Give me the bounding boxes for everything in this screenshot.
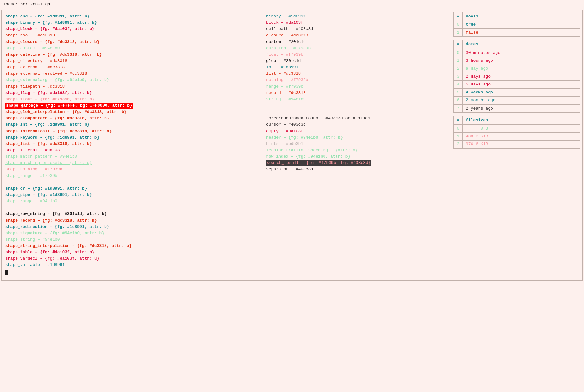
shape-line: shape_and – {fg: #1d8991, attr: b}: [5, 13, 258, 20]
date-row: 13 hours ago: [454, 57, 580, 65]
type-line: closure – #dc3318: [266, 32, 447, 39]
filesizes-title: filesizes: [463, 116, 491, 124]
filesizes-hash: #: [454, 116, 463, 124]
column-panels: # bools 0true1false # dates 030 minutes …: [451, 10, 582, 280]
ui-line: row_index – {fg: #94e1b0, attr: b}: [266, 154, 447, 160]
ui-line: search_result – {fg: #f7939b, bg: #403c3…: [266, 160, 447, 166]
shape-line: shape_range – #f7939b: [5, 173, 258, 179]
shape-line: shape_float – {fg: #f7939b, attr: b}: [5, 96, 258, 103]
shape-line: shape_range – #94e1b0: [5, 198, 258, 205]
type-line: duration – #f7939b: [266, 45, 447, 52]
filesize-row: 1488.3 KiB: [454, 133, 580, 141]
shape-line: shape_externalarg – {fg: #94e1b0, attr: …: [5, 77, 258, 83]
shape-line: shape_raw_string – {fg: #201c1d, attr: b…: [5, 211, 258, 217]
shape-line: shape_matching_brackets – {attr: u}: [5, 160, 258, 166]
shape-line: shape_globpattern – {fg: #dc3318, attr: …: [5, 115, 258, 122]
theme-label: Theme: horizon-light: [0, 0, 584, 9]
shape-line: shape_bool – #dc3318: [5, 32, 258, 39]
type-line: block – #da103f: [266, 20, 447, 26]
ui-line: header – {fg: #94e1b0, attr: b}: [266, 135, 447, 141]
shape-line: shape_closure – {fg: #dc3318, attr: b}: [5, 39, 258, 45]
shape-line: [5, 205, 258, 211]
column-types: binary – #1d8991block – #da103fcell-path…: [262, 10, 451, 280]
shape-line: shape_vardecl – {fg: #da103f, attr: u}: [5, 256, 258, 262]
type-line: glob – #201c1d: [266, 58, 447, 64]
shape-line: shape_int – {fg: #1d8991, attr: b}: [5, 122, 258, 128]
shape-line: shape_record – {fg: #dc3318, attr: b}: [5, 218, 258, 224]
date-row: 54 weeks ago: [454, 89, 580, 97]
ui-line: leading_trailing_space_bg – {attr: n}: [266, 147, 447, 154]
bool-row: 1false: [454, 29, 580, 36]
ui-line: hints – #bdb3b1: [266, 141, 447, 147]
type-line: int – #1d8991: [266, 64, 447, 71]
bools-title: bools: [463, 12, 481, 21]
ui-line: foreground/background – #403c3d on #fdf0…: [266, 115, 447, 122]
type-line: cell-path – #403c3d: [266, 26, 447, 32]
shape-line: shape_redirection – {fg: #1d8991, attr: …: [5, 224, 258, 230]
bools-hash: #: [454, 12, 463, 21]
column-shapes: shape_and – {fg: #1d8991, attr: b}shape_…: [2, 10, 262, 280]
shape-line: shape_table – {fg: #da103f, attr: b}: [5, 249, 258, 256]
shape-line: shape_filepath – #dc3318: [5, 84, 258, 90]
bool-row: 0true: [454, 21, 580, 29]
shape-line: shape_flag – {fg: #da103f, attr: b}: [5, 90, 258, 96]
shape-line: shape_glob_interpolation – {fg: #dc3318,…: [5, 109, 258, 115]
dates-hash: #: [454, 40, 463, 48]
shape-line: shape_match_pattern – #94e1b0: [5, 154, 258, 160]
shape-line: shape_variable – #1d8991: [5, 262, 258, 268]
shape-line: [5, 179, 258, 186]
shape-line: shape_binary – {fg: #1d8991, attr: b}: [5, 20, 258, 26]
date-row: 32 days ago: [454, 73, 580, 81]
shape-line: shape_signature – {fg: #94e1b0, attr: b}: [5, 230, 258, 237]
shape-line: shape_pipe – {fg: #1d8991, attr: b}: [5, 192, 258, 198]
filesize-row: 2976.6 KiB: [454, 141, 580, 148]
shape-line: shape_literal – #da103f: [5, 147, 258, 154]
ui-line: empty – #da103f: [266, 128, 447, 135]
date-row: 62 months ago: [454, 97, 580, 104]
date-row: 45 days ago: [454, 81, 580, 89]
shape-line: shape_block – {fg: #da103f, attr: b}: [5, 26, 258, 32]
date-row: 030 minutes ago: [454, 49, 580, 57]
filesize-row: 00 B: [454, 125, 580, 133]
shape-line: shape_list – {fg: #dc3318, attr: b}: [5, 141, 258, 147]
type-line: range – #f7939b: [266, 84, 447, 90]
bools-panel: # bools 0true1false: [453, 12, 580, 37]
shape-line: shape_string – #94e1b0: [5, 237, 258, 243]
shape-line: shape_datetime – {fg: #dc3318, attr: b}: [5, 52, 258, 58]
cursor: [5, 270, 8, 275]
shape-line: shape_or – {fg: #1d8991, attr: b}: [5, 186, 258, 192]
shape-line: shape_nothing – #f7939b: [5, 166, 258, 173]
ui-line: separator – #403c3d: [266, 166, 447, 173]
type-line: record – #dc3318: [266, 90, 447, 96]
type-line: custom – #201c1d: [266, 39, 447, 45]
shape-line: shape_external_resolved – #dc3318: [5, 71, 258, 77]
shape-line: shape_custom – #94e1b0: [5, 45, 258, 52]
shape-line: shape_keyword – {fg: #1d8991, attr: b}: [5, 135, 258, 141]
shape-line: shape_garbage – {fg: #FFFFFF, bg: #FF000…: [5, 103, 258, 109]
shape-line: shape_string_interpolation – {fg: #dc331…: [5, 243, 258, 249]
date-row: 2a day ago: [454, 65, 580, 73]
filesizes-panel: # filesizes 00 B1488.3 KiB2976.6 KiB: [453, 116, 580, 149]
type-line: float – #f7939b: [266, 52, 447, 58]
shape-line: shape_external – #dc3318: [5, 64, 258, 71]
date-row: 72 years ago: [454, 105, 580, 112]
type-line: binary – #1d8991: [266, 13, 447, 20]
main-container: shape_and – {fg: #1d8991, attr: b}shape_…: [1, 10, 583, 281]
dates-panel: # dates 030 minutes ago13 hours ago2a da…: [453, 40, 580, 112]
type-line: string – #94e1b0: [266, 96, 447, 103]
shape-line: shape_internalcall – {fg: #dc3318, attr:…: [5, 128, 258, 135]
shape-line: shape_directory – #dc3318: [5, 58, 258, 64]
dates-title: dates: [463, 40, 481, 48]
type-line: list – #dc3318: [266, 71, 447, 77]
ui-line: cursor – #403c3d: [266, 122, 447, 128]
type-line: nothing – #f7939b: [266, 77, 447, 83]
